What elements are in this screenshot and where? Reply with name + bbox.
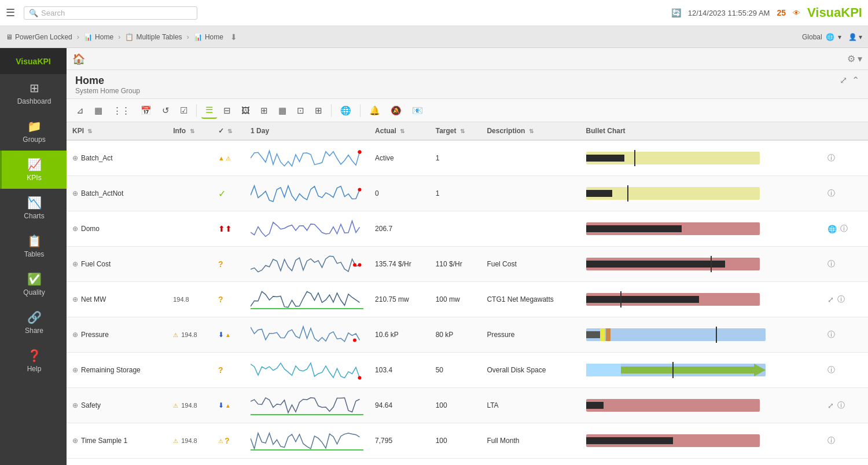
image-button[interactable]: 🖼 <box>237 103 254 118</box>
kpi-sort-icon[interactable]: ⇅ <box>87 128 92 134</box>
breadcrumb-home2-label: Home <box>205 33 223 41</box>
th-period[interactable]: 1 Day <box>245 122 369 140</box>
globe-button[interactable]: 🌐 <box>336 103 355 118</box>
th-target[interactable]: Target ⇅ <box>430 122 481 140</box>
alert-add-button[interactable]: 🔔 <box>365 103 384 118</box>
kpi-expand-icon[interactable]: ⊕ <box>72 225 78 233</box>
page-header: Home System Home Group ⤢ ⌃ <box>67 70 868 99</box>
kpi-expand-icon[interactable]: ⊕ <box>72 331 78 339</box>
breadcrumb-home2[interactable]: 📊 Home <box>194 33 223 41</box>
actual-sort-icon[interactable]: ⇅ <box>400 128 404 134</box>
user-icon[interactable]: 👤 ▾ <box>848 33 862 41</box>
info-sort-icon[interactable]: ⇅ <box>190 128 194 134</box>
status-sort-icon[interactable]: ⇅ <box>227 128 232 134</box>
info-row-icon[interactable]: ⓘ <box>840 224 848 234</box>
kpi-expand-icon[interactable]: ⊕ <box>72 154 78 162</box>
sidebar-item-tables[interactable]: 📋 Tables <box>0 227 67 265</box>
alert-remove-button[interactable]: 🔕 <box>387 103 406 118</box>
sidebar-quality-label: Quality <box>23 288 45 296</box>
kpi-expand-icon[interactable]: ⊕ <box>72 437 78 445</box>
breadcrumb-download-icon[interactable]: ⬇ <box>230 32 237 42</box>
info-row-icon[interactable]: ⓘ <box>827 153 835 163</box>
filter-button[interactable]: ⊿ <box>72 103 88 118</box>
kpi-bullet-cell <box>580 176 822 211</box>
history-button[interactable]: ↺ <box>158 103 174 118</box>
kpi-actions-cell: ⓘ <box>822 140 868 176</box>
th-info[interactable]: Info ⇅ <box>167 122 212 140</box>
sidebar-item-dashboard[interactable]: ⊞ Dashboard <box>0 74 67 112</box>
description-sort-icon[interactable]: ⇅ <box>529 128 534 134</box>
home-icon[interactable]: 🏠 <box>72 53 85 65</box>
kpi-spark-cell <box>245 317 369 353</box>
info-row-icon[interactable]: ⓘ <box>827 365 835 375</box>
kpi-actual-cell: Active <box>369 140 430 176</box>
kpi-expand-icon[interactable]: ⊕ <box>72 366 78 374</box>
refresh-icon[interactable]: 🔄 <box>671 8 681 17</box>
th-bullet-label: Bullet Chart <box>586 127 626 135</box>
eye-icon[interactable]: 👁 <box>793 9 800 17</box>
grid-medium-button[interactable]: ▦ <box>274 103 290 118</box>
sidebar-item-kpis[interactable]: 📈 KPIs <box>0 151 67 189</box>
sidebar-item-charts[interactable]: 📉 Charts <box>0 189 67 227</box>
external-link-icon[interactable]: ⤢ <box>827 295 834 304</box>
global-dropdown-icon[interactable]: ▾ <box>838 33 841 41</box>
kpi-expand-icon[interactable]: ⊕ <box>72 295 78 303</box>
th-description[interactable]: Description ⇅ <box>481 122 580 140</box>
alert-email-button[interactable]: 📧 <box>408 103 427 118</box>
info-row-icon[interactable]: ⓘ <box>827 259 835 269</box>
sidebar-item-help[interactable]: ❓ Help <box>0 342 67 380</box>
grid-xlarge-button[interactable]: ⊞ <box>311 103 326 118</box>
info-row-icon[interactable]: ⓘ <box>827 188 835 199</box>
calendar-button[interactable]: 📅 <box>137 103 156 118</box>
info-row-icon[interactable]: ⓘ <box>837 294 845 305</box>
th-kpi[interactable]: KPI ⇅ <box>67 122 167 140</box>
sidebar-item-groups[interactable]: 📁 Groups <box>0 112 67 151</box>
globe-row-icon[interactable]: 🌐 <box>827 225 837 233</box>
kpi-status-cell: ✓ <box>212 176 245 211</box>
alerts-count[interactable]: 25 <box>777 8 786 17</box>
kpi-description-cell: Fuel Cost <box>481 247 580 282</box>
th-status[interactable]: ✓ ⇅ <box>212 122 245 140</box>
group-button[interactable]: ▦ <box>90 103 106 118</box>
breadcrumb-multiple-tables[interactable]: 📋 Multiple Tables <box>125 33 182 41</box>
sidebar-item-share[interactable]: 🔗 Share <box>0 303 67 342</box>
grid-small-button[interactable]: ⊞ <box>256 103 272 118</box>
kpi-spark-cell <box>245 176 369 211</box>
breadcrumb-home1[interactable]: 📊 Home <box>84 33 113 41</box>
kpi-name-cell: ⊕ Safety <box>67 388 167 423</box>
svg-point-26 <box>358 376 362 380</box>
page-header-left: Home System Home Group <box>75 75 140 95</box>
kpi-expand-icon[interactable]: ⊕ <box>72 260 78 268</box>
monitor-icon: 🖥 <box>6 33 13 41</box>
breadcrumb-powergen[interactable]: 🖥 PowerGen Locked <box>6 33 72 41</box>
kpi-info-cell: ⚠194.8 <box>167 317 212 353</box>
logo-black: Visua <box>807 5 841 20</box>
info-row-icon[interactable]: ⓘ <box>837 400 845 411</box>
th-actual[interactable]: Actual ⇅ <box>369 122 430 140</box>
kpi-table: KPI ⇅ Info ⇅ ✓ ⇅ 1 Day <box>67 122 868 459</box>
target-sort-icon[interactable]: ⇅ <box>460 128 465 134</box>
external-link-icon[interactable]: ⤢ <box>827 401 834 410</box>
expand-icon[interactable]: ⤢ <box>840 75 847 86</box>
kpi-spark-cell <box>245 423 369 459</box>
kpi-status-cell: ⬆⬆ <box>212 211 245 247</box>
grid-large-button[interactable]: ⊡ <box>293 103 308 118</box>
breadcrumb-multiple-tables-label: Multiple Tables <box>136 33 182 41</box>
sidebar-item-quality[interactable]: ✅ Quality <box>0 265 67 303</box>
info-row-icon[interactable]: ⓘ <box>827 435 835 446</box>
info-row-icon[interactable]: ⓘ <box>827 329 835 340</box>
svg-rect-33 <box>586 399 760 412</box>
list-button[interactable]: ☰ <box>201 102 217 119</box>
collapse-icon[interactable]: ⌃ <box>852 75 859 86</box>
kpi-expand-icon[interactable]: ⊕ <box>72 189 78 197</box>
columns-button[interactable]: ⋮⋮ <box>109 103 134 118</box>
table-compact-button[interactable]: ⊟ <box>219 103 235 118</box>
svg-point-1 <box>358 150 362 153</box>
settings-icon[interactable]: ⚙ ▾ <box>847 53 862 64</box>
search-box[interactable]: 🔍 Search <box>24 6 197 20</box>
check-button[interactable]: ☑ <box>176 103 192 118</box>
kpi-name-label: Batch_Act <box>81 154 113 162</box>
kpi-info-cell <box>167 247 212 282</box>
hamburger-menu[interactable]: ☰ <box>6 6 15 19</box>
kpi-expand-icon[interactable]: ⊕ <box>72 401 78 409</box>
